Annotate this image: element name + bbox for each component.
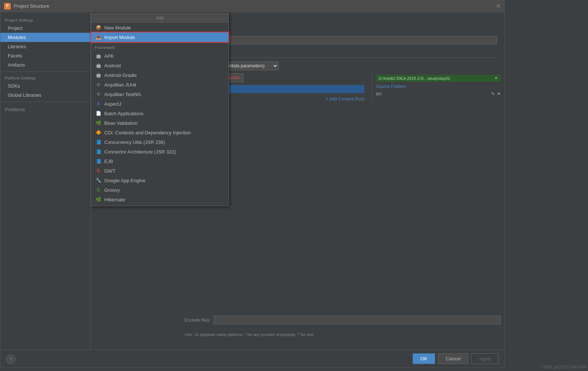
framework-android[interactable]: 🤖 Android bbox=[91, 61, 228, 70]
cancel-button[interactable]: Cancel bbox=[438, 353, 468, 364]
arquillian-testng-icon: ⚙ bbox=[95, 91, 101, 97]
apply-button[interactable]: Apply bbox=[471, 353, 499, 364]
dialog-window: P Project Structure ✕ Project Settings P… bbox=[0, 0, 505, 368]
groovy-icon: G bbox=[95, 187, 101, 193]
concurrency-icon: 📘 bbox=[95, 139, 101, 145]
framework-connector[interactable]: 📘 Connector Architecture (JSR 322) bbox=[91, 147, 228, 156]
dialog-body: Project Settings Project Modules Librari… bbox=[0, 12, 504, 349]
ok-button[interactable]: OK bbox=[413, 353, 435, 364]
import-module-icon: 📥 bbox=[95, 34, 101, 40]
dropdown-sep-1 bbox=[91, 43, 228, 43]
new-module-label: New Module bbox=[104, 25, 131, 31]
dropdown-scroll[interactable]: 🤖 APK 🤖 Android 🤖 Android-Gradle ⚙ Arqui… bbox=[91, 51, 228, 206]
sidebar-item-artifacts[interactable]: Artifacts bbox=[0, 60, 90, 70]
framework-jboss-drools[interactable]: 🔴 JBoss Drools bbox=[91, 204, 228, 206]
content-root-close[interactable]: ✕ bbox=[494, 76, 498, 81]
framework-ejb[interactable]: 📘 EJB bbox=[91, 156, 228, 166]
cdi-icon: 🔶 bbox=[95, 130, 101, 135]
add-content-root-btn[interactable]: + Add Content Root bbox=[326, 96, 364, 102]
sidebar-item-libraries[interactable]: Libraries bbox=[0, 42, 90, 51]
apk-icon: 🤖 bbox=[95, 53, 101, 59]
framework-arquillian-junit[interactable]: ⚙ Arquillian JUnit bbox=[91, 80, 228, 89]
framework-apk[interactable]: 🤖 APK bbox=[91, 51, 228, 61]
exclude-input[interactable] bbox=[214, 316, 501, 324]
framework-bean-validation[interactable]: 🌿 Bean Validation bbox=[91, 118, 228, 128]
sidebar: Project Settings Project Modules Librari… bbox=[0, 12, 91, 349]
sidebar-divider-1 bbox=[0, 71, 90, 72]
sidebar-item-global-libraries[interactable]: Global Libraries bbox=[0, 91, 90, 100]
sidebar-item-project[interactable]: Project bbox=[0, 24, 90, 33]
sidebar-divider-2 bbox=[0, 102, 90, 102]
android-gradle-icon: 🤖 bbox=[95, 72, 101, 78]
help-button[interactable]: ? bbox=[6, 354, 15, 364]
sidebar-item-modules[interactable]: Modules bbox=[0, 33, 90, 42]
framework-concurrency[interactable]: 📘 Concurrency Utils (JSR 236) bbox=[91, 137, 228, 147]
close-button[interactable]: ✕ bbox=[496, 3, 501, 10]
arquillian-junit-icon: ⚙ bbox=[95, 82, 101, 88]
framework-groovy[interactable]: G Groovy bbox=[91, 185, 228, 195]
window-title: Project Structure bbox=[14, 3, 49, 9]
exclude-row: Exclude files: bbox=[181, 313, 504, 327]
project-settings-label: Project Settings bbox=[0, 16, 90, 24]
gwt-icon: G bbox=[95, 168, 101, 174]
dialog-footer: ? OK Cancel Apply bbox=[0, 349, 504, 368]
dropdown-header: Add bbox=[91, 14, 228, 23]
add-content-root-area: + Add Content Root bbox=[326, 96, 364, 102]
app-icon: P bbox=[4, 3, 11, 10]
content-root-path-bar: D:\IntelliJ IDEA 2018.3.5\...\study\day0… bbox=[376, 75, 501, 82]
sidebar-item-problems[interactable]: Problems bbox=[0, 104, 90, 115]
connector-icon: 📘 bbox=[95, 149, 101, 155]
new-module-item[interactable]: 📦 New Module bbox=[91, 23, 228, 32]
bean-validation-icon: 🌿 bbox=[95, 120, 101, 126]
batch-icon: 📄 bbox=[95, 110, 101, 116]
add-dropdown: Add 📦 New Module 📥 Import Module Framewo… bbox=[91, 13, 229, 206]
exclude-label: Exclude files: bbox=[185, 318, 211, 323]
framework-gwt[interactable]: G GWT bbox=[91, 166, 228, 176]
import-module-label: Import Module bbox=[104, 35, 135, 40]
framework-arquillian-testng[interactable]: ⚙ Arquillian TestNG bbox=[91, 89, 228, 99]
sidebar-item-sdks[interactable]: SDKs bbox=[0, 81, 90, 91]
import-module-item[interactable]: 📥 Import Module bbox=[91, 32, 228, 42]
watermark: CSDN @QQ1215461468 bbox=[540, 365, 586, 369]
src-close-btn[interactable]: ✕ bbox=[497, 91, 501, 96]
new-module-icon: 📦 bbox=[95, 25, 101, 31]
framework-hibernate[interactable]: 🌿 Hibernate bbox=[91, 195, 228, 204]
framework-batch[interactable]: 📄 Batch Applications bbox=[91, 109, 228, 118]
title-bar: P Project Structure ✕ bbox=[0, 0, 504, 12]
src-edit-btn[interactable]: ✎ bbox=[491, 91, 495, 96]
content-root-path: D:\IntelliJ IDEA 2018.3.5\...\study\day0… bbox=[379, 76, 450, 81]
hibernate-icon: 🌿 bbox=[95, 197, 101, 202]
android-icon: 🤖 bbox=[95, 63, 101, 68]
src-row: src ✎ ✕ bbox=[376, 91, 501, 97]
framework-section-label: Framework bbox=[91, 44, 228, 51]
sidebar-item-facets[interactable]: Facets bbox=[0, 51, 90, 60]
framework-aspectj[interactable]: A AspectJ bbox=[91, 99, 228, 109]
ejb-icon: 📘 bbox=[95, 158, 101, 164]
source-folders-label: Source Folders bbox=[376, 84, 501, 89]
framework-gae[interactable]: 🔧 Google App Engine bbox=[91, 176, 228, 185]
aspectj-icon: A bbox=[95, 101, 101, 107]
framework-cdi[interactable]: 🔶 CDI: Contexts and Dependency Injection bbox=[91, 128, 228, 137]
exclude-hint: Use ; to separate name patterns, * for a… bbox=[181, 331, 504, 338]
platform-settings-label: Platform Settings bbox=[0, 74, 90, 81]
framework-android-gradle[interactable]: 🤖 Android-Gradle bbox=[91, 70, 228, 80]
content-root-panel: D:\IntelliJ IDEA 2018.3.5\...\study\day0… bbox=[372, 71, 504, 101]
src-label: src bbox=[376, 91, 382, 96]
gae-icon: 🔧 bbox=[95, 177, 101, 183]
